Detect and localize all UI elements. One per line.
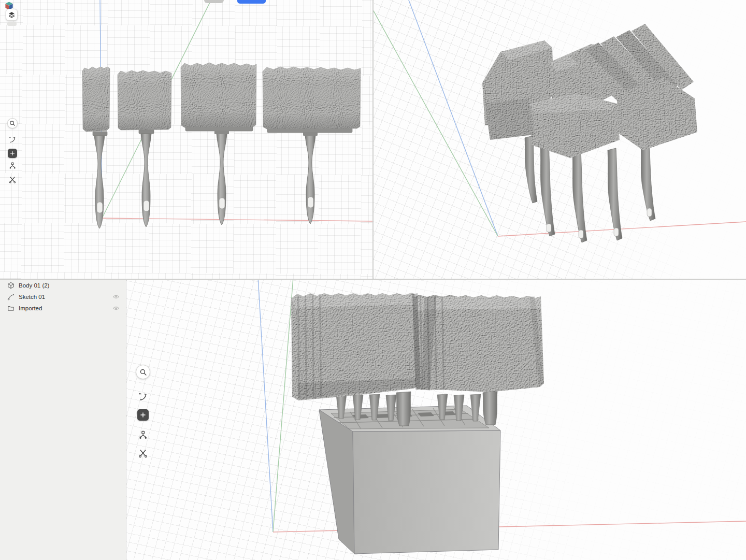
scissors-icon [138, 448, 148, 458]
add-icon [9, 150, 16, 156]
search-button[interactable] [7, 118, 18, 128]
tree-item-label: Sketch 01 [19, 294, 45, 300]
body-cube-icon [7, 282, 15, 289]
split-button[interactable] [7, 175, 18, 185]
add-button[interactable] [8, 149, 17, 158]
top-toolbar-partial-primary-button[interactable] [237, 0, 266, 4]
brush-models-front[interactable] [0, 0, 372, 279]
protractor-arc-icon [8, 136, 17, 144]
search-icon [139, 368, 148, 377]
brush-models-iso[interactable] [374, 0, 746, 279]
visibility-eye-icon[interactable] [112, 305, 120, 312]
viewport-isometric-view[interactable] [374, 0, 746, 279]
layers-icon [8, 11, 16, 19]
hierarchy-icon [8, 162, 17, 170]
button-shadow-stub [7, 22, 17, 26]
top-toolbar-partial-element [204, 0, 224, 3]
panel-divider [126, 280, 126, 560]
visibility-eye-icon[interactable] [112, 293, 120, 300]
brush-block-cluster[interactable] [482, 24, 697, 158]
add-icon [139, 411, 147, 419]
tree-item-body[interactable]: Body 01 (2) [0, 280, 126, 291]
viewport-front-view[interactable] [0, 0, 372, 279]
hierarchy-icon [138, 430, 148, 440]
object-tree-panel: Body 01 (2) Sketch 01 Imported [0, 280, 126, 560]
protractor-button[interactable] [7, 135, 18, 145]
tree-item-sketch[interactable]: Sketch 01 [0, 291, 126, 303]
split-button[interactable] [136, 446, 150, 461]
hierarchy-button[interactable] [136, 428, 150, 442]
folder-icon [7, 305, 15, 312]
add-button[interactable] [137, 409, 149, 421]
tree-item-label: Imported [19, 305, 42, 311]
brush-holder-model[interactable] [126, 280, 746, 560]
paintbrush-model[interactable] [181, 63, 256, 225]
viewport-perspective-view[interactable] [126, 280, 746, 560]
protractor-arc-icon [138, 392, 148, 402]
tree-item-imported[interactable]: Imported [0, 303, 126, 314]
viewport-divider-horizontal[interactable] [0, 279, 746, 280]
search-icon [9, 120, 16, 127]
sketch-icon [7, 293, 15, 300]
paintbrush-model[interactable] [263, 67, 361, 224]
paintbrush-model[interactable] [82, 67, 110, 228]
viewport-divider-vertical[interactable] [372, 0, 374, 279]
brush-handles[interactable] [525, 136, 655, 242]
tree-item-label: Body 01 (2) [19, 282, 49, 289]
paintbrush-model[interactable] [118, 70, 171, 227]
hierarchy-button[interactable] [7, 161, 18, 171]
layers-button[interactable] [6, 9, 18, 21]
holder-box[interactable] [319, 406, 500, 554]
bristle-block-clusters[interactable] [291, 292, 544, 400]
protractor-button[interactable] [136, 390, 150, 404]
search-button[interactable] [136, 365, 150, 379]
scissors-icon [8, 176, 17, 184]
